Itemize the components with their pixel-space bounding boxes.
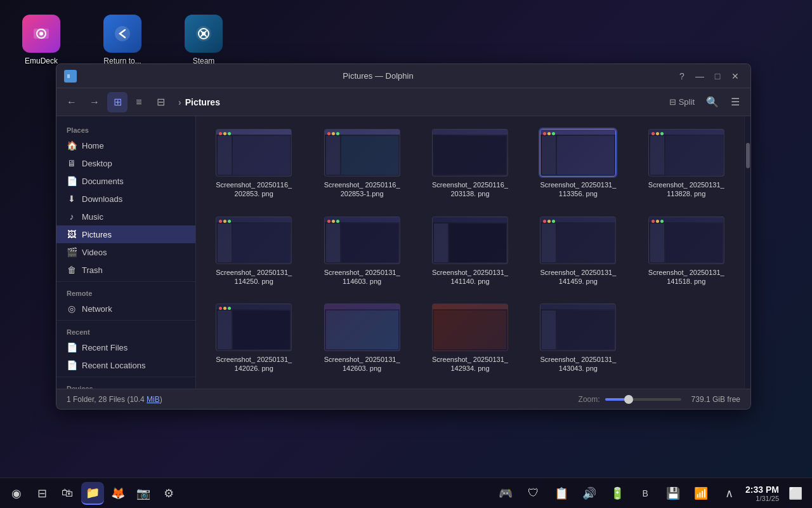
file-thumb-7 (324, 217, 400, 264)
file-item-13[interactable]: Screenshot_ 20250131_142934. png (420, 298, 520, 378)
taskbar-wifi-tray[interactable]: 📶 (690, 482, 712, 505)
taskbar-expand-tray[interactable]: ∧ (717, 482, 740, 505)
taskbar-volume-tray[interactable]: 🔊 (578, 482, 601, 505)
sidebar-item-documents[interactable]: 📄 Documents (56, 172, 195, 190)
file-thumb-4 (540, 129, 616, 177)
title-bar: Pictures — Dolphin ? — □ ✕ (56, 64, 750, 88)
view-compact-button[interactable]: ≡ (129, 92, 149, 112)
desktop-icon-steam[interactable]: Steam (175, 10, 232, 70)
close-button[interactable]: ✕ (728, 69, 743, 84)
taskbar-screen[interactable]: ⬜ (784, 482, 807, 505)
menu-button[interactable]: ☰ (725, 92, 745, 112)
sidebar-item-network[interactable]: ◎ Network (56, 300, 195, 318)
desktop-icon-return[interactable]: Return to... (94, 10, 151, 70)
taskbar-battery-tray[interactable]: 🔋 (606, 482, 629, 505)
sidebar-item-pictures[interactable]: 🖼 Pictures (56, 225, 195, 243)
taskbar-right: 🎮 🛡 📋 🔊 🔋 B 💾 📶 ∧ 2:33 PM 1/31/25 ⬜ (494, 482, 807, 505)
taskbar-bluetooth-tray[interactable]: B (634, 482, 657, 505)
svg-point-6 (202, 32, 206, 36)
help-button[interactable]: ? (674, 69, 690, 84)
sidebar-item-videos[interactable]: 🎬 Videos (56, 243, 195, 261)
file-item-1[interactable]: Screenshot_ 20250116_202853. png (204, 124, 304, 204)
file-name-2: Screenshot_ 20250116_ 202853-1.png (324, 180, 400, 199)
file-item-2[interactable]: Screenshot_ 20250116_ 202853-1.png (311, 124, 412, 204)
sidebar-item-music[interactable]: ♪ Music (56, 208, 195, 225)
taskbar-clipboard-tray[interactable]: 📋 (550, 482, 573, 505)
split-label: Split (679, 97, 695, 107)
forward-button[interactable]: → (84, 92, 105, 112)
file-item-12[interactable]: Screenshot_ 20250131_142603. png (311, 298, 412, 378)
scrollbar-thumb[interactable] (746, 143, 750, 168)
taskbar-system[interactable]: ⊟ (30, 482, 53, 505)
sidebar-item-recent-locations[interactable]: 📄 Recent Locations (56, 356, 195, 374)
taskbar-clock[interactable]: 2:33 PM 1/31/25 (745, 485, 779, 502)
view-icons-button[interactable]: ⊞ (107, 92, 128, 112)
file-item-8[interactable]: Screenshot_ 20250131_141140. png (420, 211, 520, 291)
divider-1 (56, 281, 195, 282)
file-item-14[interactable]: Screenshot_ 20250131_143043. png (528, 298, 628, 378)
back-button[interactable]: ← (62, 92, 82, 112)
file-item-10[interactable]: Screenshot_ 20250131_141518. png (636, 211, 737, 291)
zoom-slider[interactable] (605, 398, 681, 401)
file-thumb-6 (216, 217, 292, 264)
minimize-button[interactable]: — (692, 69, 707, 84)
sidebar-item-desktop-label: Desktop (82, 159, 112, 168)
file-item-9[interactable]: Screenshot_ 20250131_141459. png (528, 211, 628, 291)
file-item-3[interactable]: Screenshot_ 20250116_203138. png (420, 124, 520, 204)
split-icon: ⊟ (669, 97, 676, 107)
breadcrumb-label: Pictures (185, 97, 220, 107)
sidebar-item-trash[interactable]: 🗑 Trash (56, 261, 195, 279)
sidebar-item-home[interactable]: 🏠 Home (56, 137, 195, 154)
file-name-3: Screenshot_ 20250116_203138. png (432, 180, 508, 199)
file-item-4[interactable]: Screenshot_ 20250131_113356. png (528, 124, 628, 204)
file-thumb-10 (648, 217, 724, 264)
split-button[interactable]: ⊟ Split (664, 95, 700, 109)
view-details-button[interactable]: ⊟ (150, 92, 171, 112)
file-name-1: Screenshot_ 20250116_202853. png (216, 180, 292, 199)
maximize-button[interactable]: □ (710, 69, 725, 84)
devices-section-label: Devices (56, 380, 195, 389)
scrollbar[interactable] (744, 116, 750, 389)
dolphin-window: Pictures — Dolphin ? — □ ✕ ← → ⊞ ≡ ⊟ › P… (56, 64, 751, 410)
taskbar-storage-tray[interactable]: 💾 (662, 482, 684, 505)
file-item-11[interactable]: Screenshot_ 20250131_142026. png (204, 298, 304, 378)
breadcrumb: › Pictures (173, 97, 662, 107)
taskbar-plasma[interactable]: ◉ (5, 482, 28, 505)
file-thumb-12 (324, 304, 400, 351)
taskbar: ◉ ⊟ 🛍 📁 🦊 📷 ⚙ 🎮 🛡 📋 🔊 🔋 B 💾 📶 ∧ 2:33 PM … (0, 478, 812, 508)
desktop-icon-sidebar: 🖥 (67, 158, 77, 168)
emudeck-label: EmuDeck (25, 57, 58, 65)
taskbar-discover[interactable]: 🛍 (56, 482, 79, 505)
taskbar-camera[interactable]: 📷 (132, 482, 155, 505)
zoom-area: Zoom: (579, 395, 681, 404)
file-item-7[interactable]: Screenshot_ 20250131_114603. png (311, 211, 412, 291)
sidebar-item-desktop[interactable]: 🖥 Desktop (56, 154, 195, 172)
taskbar-settings[interactable]: ⚙ (157, 482, 180, 505)
sidebar: Places 🏠 Home 🖥 Desktop 📄 Documents ⬇ Do… (56, 116, 196, 389)
taskbar-firefox[interactable]: 🦊 (107, 482, 129, 505)
taskbar-steam-tray[interactable]: 🎮 (494, 482, 517, 505)
file-item-6[interactable]: Screenshot_ 20250131_114250. png (204, 211, 304, 291)
window-title: Pictures — Dolphin (82, 71, 674, 81)
taskbar-files[interactable]: 📁 (81, 482, 104, 505)
sidebar-item-downloads[interactable]: ⬇ Downloads (56, 190, 195, 208)
breadcrumb-arrow: › (178, 97, 181, 107)
recent-section-label: Recent (56, 323, 195, 338)
file-item-5[interactable]: Screenshot_ 20250131_113828. png (636, 124, 737, 204)
main-content: Places 🏠 Home 🖥 Desktop 📄 Documents ⬇ Do… (56, 116, 750, 389)
desktop: EmuDeck Return to... Steam (0, 0, 812, 508)
taskbar-shield-tray[interactable]: 🛡 (522, 482, 545, 505)
pictures-icon: 🖼 (67, 229, 77, 239)
file-count-end: ) (160, 395, 162, 404)
remote-section-label: Remote (56, 284, 195, 300)
sidebar-item-recent-files[interactable]: 📄 Recent Files (56, 338, 195, 356)
file-name-7: Screenshot_ 20250131_114603. png (324, 268, 400, 286)
file-name-12: Screenshot_ 20250131_142603. png (324, 355, 400, 373)
desktop-icon-emudeck[interactable]: EmuDeck (13, 10, 70, 70)
zoom-label: Zoom: (579, 395, 600, 404)
zoom-thumb[interactable] (624, 395, 633, 404)
downloads-icon: ⬇ (67, 194, 77, 204)
sidebar-item-videos-label: Videos (82, 248, 107, 257)
search-button[interactable]: 🔍 (702, 92, 723, 112)
file-thumb-13 (432, 304, 508, 351)
